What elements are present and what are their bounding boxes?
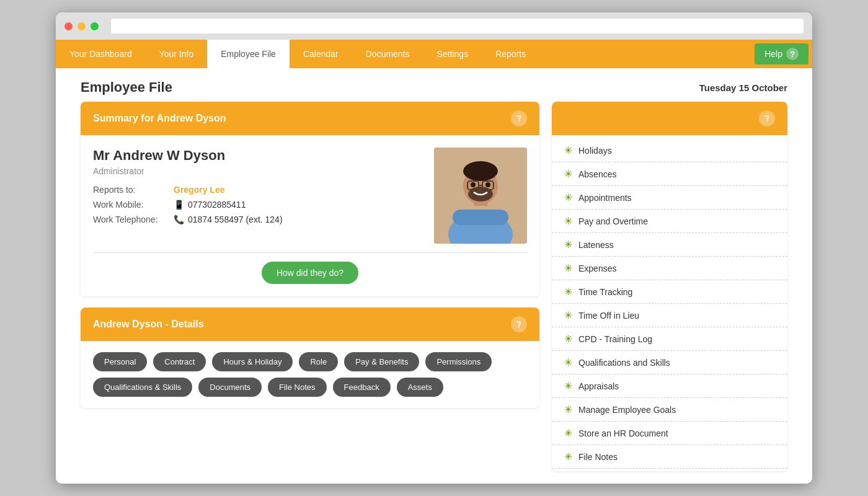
- star-icon: ✳: [564, 286, 572, 298]
- right-help-icon[interactable]: ?: [759, 110, 775, 126]
- address-bar[interactable]: [111, 19, 804, 33]
- menu-item-infrequent-actions[interactable]: ▼Infrequent actions...: [552, 469, 787, 471]
- left-column: Summary for Andrew Dyson ? Mr Andrew W D…: [81, 102, 539, 471]
- svg-point-8: [471, 182, 476, 187]
- tab-pill-file-notes[interactable]: File Notes: [268, 378, 327, 397]
- nav-documents[interactable]: Documents: [352, 40, 423, 68]
- menu-item-label: Time Off in Lieu: [578, 311, 639, 321]
- menu-item-manage-employee-goals[interactable]: ✳Manage Employee Goals: [552, 398, 787, 422]
- menu-item-label: Time Tracking: [578, 287, 632, 297]
- menu-item-label: Expenses: [578, 264, 616, 273]
- right-menu: ✳Holidays✳Absences✳Appointments✳Pay and …: [552, 135, 787, 471]
- summary-card-body: Mr Andrew W Dyson Administrator Reports …: [81, 135, 539, 296]
- nav-calendar[interactable]: Calendar: [290, 40, 352, 68]
- reports-to-row: Reports to: Gregory Lee: [93, 185, 422, 195]
- star-icon: ✳: [564, 144, 572, 156]
- nav-help[interactable]: Help ?: [755, 43, 808, 64]
- tab-pill-qualifications--skills[interactable]: Qualifications & Skills: [93, 378, 192, 397]
- menu-item-file-notes[interactable]: ✳File Notes: [552, 445, 787, 469]
- star-icon: ✳: [564, 404, 572, 415]
- work-mobile-value: 077302885411: [188, 200, 246, 210]
- work-telephone-value: 01874 558497 (ext. 124): [188, 215, 283, 224]
- menu-item-label: File Notes: [578, 452, 618, 462]
- nav-settings[interactable]: Settings: [423, 40, 482, 68]
- right-column: ? ✳Holidays✳Absences✳Appointments✳Pay an…: [552, 102, 787, 471]
- svg-point-6: [463, 161, 498, 181]
- star-icon: ✳: [564, 356, 572, 368]
- star-icon: ✳: [564, 215, 572, 227]
- nav-your-info[interactable]: Your Info: [146, 40, 208, 68]
- svg-rect-3: [453, 210, 508, 225]
- tab-pill-contract[interactable]: Contract: [153, 352, 206, 371]
- menu-item-label: Holidays: [578, 146, 612, 156]
- menu-item-pay-and-overtime[interactable]: ✳Pay and Overtime: [552, 210, 787, 233]
- tab-pill-feedback[interactable]: Feedback: [333, 378, 391, 397]
- help-icon: ?: [786, 48, 799, 60]
- menu-item-label: Appraisals: [578, 381, 619, 391]
- tab-pill-role[interactable]: Role: [299, 352, 338, 371]
- menu-item-label: Absences: [578, 169, 616, 179]
- menu-item-appointments[interactable]: ✳Appointments: [552, 186, 787, 210]
- menu-item-time-off-in-lieu[interactable]: ✳Time Off in Lieu: [552, 304, 787, 327]
- employee-role: Administrator: [93, 166, 422, 176]
- work-mobile-label: Work Mobile:: [93, 200, 174, 210]
- menu-item-label: Store an HR Document: [578, 428, 668, 438]
- maximize-dot[interactable]: [91, 22, 99, 30]
- employee-photo: [434, 148, 527, 244]
- menu-item-time-tracking[interactable]: ✳Time Tracking: [552, 280, 787, 304]
- work-telephone-row: Work Telephone: 📞 01874 558497 (ext. 124…: [93, 215, 422, 224]
- summary-help-icon[interactable]: ?: [511, 110, 527, 126]
- menu-item-holidays[interactable]: ✳Holidays: [552, 139, 787, 162]
- summary-divider: [93, 252, 527, 253]
- details-card: Andrew Dyson - Details ? PersonalContrac…: [81, 308, 539, 408]
- menu-item-lateness[interactable]: ✳Lateness: [552, 233, 787, 257]
- browser-window: Your Dashboard Your Info Employee File C…: [56, 12, 812, 484]
- menu-item-label: Appointments: [578, 193, 632, 203]
- menu-item-absences[interactable]: ✳Absences: [552, 162, 787, 186]
- details-card-header: Andrew Dyson - Details ?: [81, 308, 539, 341]
- help-label: Help: [764, 49, 782, 59]
- mobile-phone-icon: 📱: [174, 200, 184, 210]
- summary-body: Mr Andrew W Dyson Administrator Reports …: [93, 148, 527, 244]
- tab-pill-documents[interactable]: Documents: [198, 378, 262, 397]
- work-mobile-row: Work Mobile: 📱 077302885411: [93, 200, 422, 210]
- employee-name: Mr Andrew W Dyson: [93, 148, 422, 164]
- feedback-button[interactable]: How did they do?: [262, 262, 358, 284]
- menu-item-label: Qualifications and Skills: [578, 358, 670, 368]
- tab-pill-hours--holiday[interactable]: Hours & Holiday: [212, 352, 293, 371]
- right-card: ? ✳Holidays✳Absences✳Appointments✳Pay an…: [552, 102, 787, 471]
- summary-card-header: Summary for Andrew Dyson ?: [81, 102, 539, 135]
- star-icon: ✳: [564, 192, 572, 203]
- tab-pill-permissions[interactable]: Permissions: [425, 352, 492, 371]
- nav-reports[interactable]: Reports: [482, 40, 539, 68]
- reports-to-value[interactable]: Gregory Lee: [174, 185, 224, 195]
- work-telephone-label: Work Telephone:: [93, 215, 174, 224]
- menu-item-qualifications-and-skills[interactable]: ✳Qualifications and Skills: [552, 351, 787, 374]
- tab-pill-personal[interactable]: Personal: [93, 352, 147, 371]
- nav-your-dashboard[interactable]: Your Dashboard: [56, 40, 146, 68]
- menu-item-label: Manage Employee Goals: [578, 405, 676, 415]
- nav-employee-file[interactable]: Employee File: [207, 40, 290, 68]
- svg-point-9: [485, 182, 490, 187]
- right-card-header: ?: [552, 102, 787, 135]
- star-icon: ✳: [564, 262, 572, 274]
- page-date: Tuesday 15 October: [699, 82, 787, 93]
- star-icon: ✳: [564, 309, 572, 321]
- menu-item-cpd---training-log[interactable]: ✳CPD - Training Log: [552, 327, 787, 351]
- summary-title: Summary for Andrew Dyson: [93, 113, 226, 124]
- details-title: Andrew Dyson - Details: [93, 319, 204, 330]
- details-help-icon[interactable]: ?: [511, 316, 527, 332]
- browser-titlebar: [56, 12, 812, 40]
- tab-pill-assets[interactable]: Assets: [397, 378, 443, 397]
- summary-card: Summary for Andrew Dyson ? Mr Andrew W D…: [81, 102, 539, 296]
- star-icon: ✳: [564, 239, 572, 250]
- tab-pill-pay--benefits[interactable]: Pay & Benefits: [344, 352, 419, 371]
- menu-item-store-an-hr-document[interactable]: ✳Store an HR Document: [552, 422, 787, 445]
- minimize-dot[interactable]: [78, 22, 86, 30]
- close-dot[interactable]: [64, 22, 73, 30]
- page-header: Employee File Tuesday 15 October: [56, 68, 812, 102]
- menu-item-expenses[interactable]: ✳Expenses: [552, 257, 787, 280]
- page-title: Employee File: [81, 79, 172, 95]
- menu-item-appraisals[interactable]: ✳Appraisals: [552, 374, 787, 398]
- star-icon: ✳: [564, 451, 572, 463]
